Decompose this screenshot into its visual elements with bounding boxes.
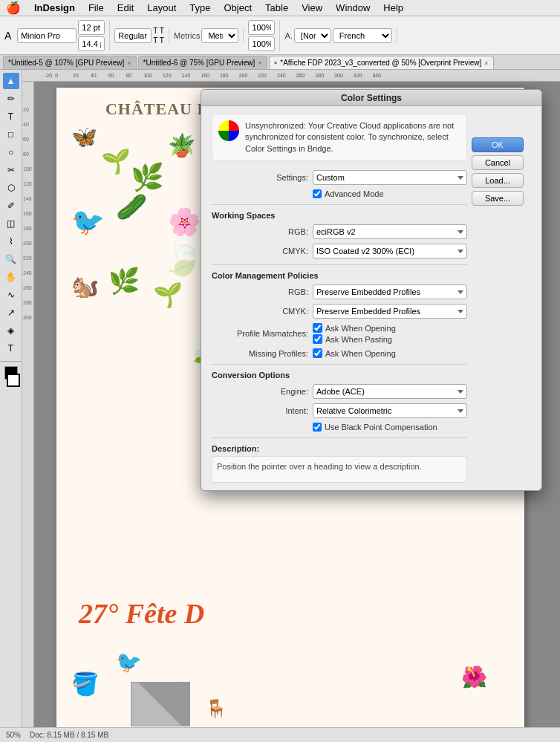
deco-bird2: 🐦 xyxy=(116,650,142,674)
tabs-bar: *Untitled-5 @ 107% [GPU Preview] × *Unti… xyxy=(0,55,560,70)
metrics-label: Metrics xyxy=(174,31,200,40)
tool-gap[interactable]: ◈ xyxy=(3,322,19,339)
deco-flower1: 🌸 xyxy=(168,206,201,238)
ok-button[interactable]: OK xyxy=(472,137,524,152)
engine-select[interactable]: Adobe (ACE) xyxy=(313,384,467,399)
metrics-select[interactable]: Metrics xyxy=(201,28,238,43)
ask-opening-checkbox[interactable] xyxy=(313,323,322,333)
tab-close-icon[interactable]: × xyxy=(127,59,131,67)
poster-subtitle-area: 27° Fête D xyxy=(79,597,204,630)
ruler-mark: 180 xyxy=(220,73,229,78)
font-size-input[interactable] xyxy=(78,20,105,35)
menubar-file[interactable]: File xyxy=(82,0,110,16)
ruler-v-mark: 160 xyxy=(22,211,33,226)
color-settings-dialog: Color Settings Unsynchronized: Your Crea… xyxy=(201,89,542,491)
menubar-help[interactable]: Help xyxy=(377,0,409,16)
description-text: Position the pointer over a heading to v… xyxy=(212,456,467,483)
working-spaces-label: Working Spaces xyxy=(212,211,467,220)
tab-untitled5[interactable]: *Untitled-5 @ 107% [GPU Preview] × xyxy=(3,56,137,69)
cmyk-policy-select[interactable]: Preserve Embedded Profiles xyxy=(313,304,467,319)
vertical-scale-input[interactable] xyxy=(248,36,275,51)
menubar-type[interactable]: Type xyxy=(183,0,216,16)
deco-bucket: 🪣 xyxy=(71,671,99,697)
menubar-object[interactable]: Object xyxy=(218,0,258,16)
tracking-input[interactable] xyxy=(248,20,275,35)
ruler-mark: 340 xyxy=(372,73,381,78)
tool-ellipse[interactable]: ○ xyxy=(3,144,19,160)
leading-input[interactable] xyxy=(78,36,105,51)
rgb-workspace-select[interactable]: eciRGB v2 xyxy=(313,224,467,239)
missing-ask-opening-checkbox[interactable] xyxy=(313,348,322,358)
apple-menu-icon[interactable]: 🍎 xyxy=(6,1,21,15)
tab-close-icon[interactable]: × xyxy=(274,59,278,66)
menubar-view[interactable]: View xyxy=(296,0,328,16)
menubar-table[interactable]: Table xyxy=(259,0,294,16)
tool-eyedropper[interactable]: ⌇ xyxy=(3,233,19,250)
description-box: Description: Position the pointer over a… xyxy=(212,444,467,483)
menubar-window[interactable]: Window xyxy=(330,0,376,16)
tool-scissors[interactable]: ✂ xyxy=(3,162,19,178)
tool-hand[interactable]: ✋ xyxy=(3,269,19,285)
tab-close-icon[interactable]: × xyxy=(258,59,261,67)
tool-select[interactable]: ▲ xyxy=(3,73,19,89)
ruler-mark: 60 xyxy=(108,73,114,78)
tool-gradient[interactable]: ◫ xyxy=(3,215,19,232)
ask-pasting-checkbox[interactable] xyxy=(313,334,322,344)
deco-bird: 🐦 xyxy=(71,206,105,238)
menubar-edit[interactable]: Edit xyxy=(111,0,140,16)
tool-rect[interactable]: □ xyxy=(3,126,19,143)
deco-flower3: 🌺 xyxy=(461,665,487,689)
tab-close-icon2[interactable]: × xyxy=(484,59,488,67)
dialog-buttons: OK Cancel Load... Save... xyxy=(472,137,524,206)
toolbar-size-row xyxy=(78,20,105,51)
tool-arrow[interactable]: ↗ xyxy=(3,305,19,321)
ruler-v-mark: 100 xyxy=(22,166,33,181)
tool-polygon[interactable]: ⬡ xyxy=(3,180,19,196)
save-button[interactable]: Save... xyxy=(472,191,524,206)
none-select[interactable]: [None] xyxy=(294,28,331,43)
tool-measure[interactable]: ∿ xyxy=(3,287,19,303)
tool-pen[interactable]: ✏ xyxy=(3,91,19,107)
settings-label: Settings: xyxy=(212,173,308,182)
deco-plant1: 🌱 xyxy=(101,147,131,175)
ruler-v-mark: 180 xyxy=(22,226,33,241)
load-button[interactable]: Load... xyxy=(472,173,524,188)
ruler-v-mark: 120 xyxy=(22,181,33,196)
language-select[interactable]: French xyxy=(333,28,392,43)
toolbar-style-group: T T T T xyxy=(114,27,169,45)
missing-profiles-label: Missing Profiles: xyxy=(212,349,308,358)
tab-untitled6[interactable]: *Untitled-6 @ 75% [GPU Preview] × xyxy=(138,56,267,69)
intent-row: Intent: Relative Colorimetric xyxy=(212,403,467,418)
toolbar-font-group xyxy=(17,20,110,51)
menubar-layout[interactable]: Layout xyxy=(141,0,182,16)
status-bar: 50% Doc: 8.15 MB / 8.15 MB xyxy=(0,727,560,742)
ruler-mark: 260 xyxy=(296,73,305,78)
tab-label: *Affiche FDP 2023_v3_converted @ 50% [Ov… xyxy=(280,59,481,67)
dialog-body: Unsynchronized: Your Creative Cloud appl… xyxy=(201,106,541,490)
black-point-checkbox[interactable] xyxy=(313,423,322,432)
cancel-button[interactable]: Cancel xyxy=(472,155,524,170)
tool-frame-text[interactable]: T xyxy=(3,340,19,357)
dialog-warning: Unsynchronized: Your Creative Cloud appl… xyxy=(212,114,467,161)
tab-affiche[interactable]: × *Affiche FDP 2023_v3_converted @ 50% [… xyxy=(269,56,494,69)
font-style-input[interactable] xyxy=(114,28,152,43)
tool-zoom[interactable]: 🔍 xyxy=(3,251,19,267)
rgb-workspace-row: RGB: eciRGB v2 xyxy=(212,224,467,239)
advanced-mode-label: Advanced Mode xyxy=(325,189,384,198)
settings-select[interactable]: Custom xyxy=(313,170,467,185)
toolbar: A T T T T Metrics Metrics A. [None] Fren… xyxy=(0,16,560,55)
advanced-mode-checkbox[interactable] xyxy=(313,189,322,198)
menubar: 🍎 InDesign File Edit Layout Type Object … xyxy=(0,0,560,16)
intent-label: Intent: xyxy=(212,406,308,415)
menubar-indesign[interactable]: InDesign xyxy=(28,0,81,16)
stroke-swatch[interactable] xyxy=(7,374,20,387)
ruler-mark: 320 xyxy=(354,73,362,78)
tool-text[interactable]: T xyxy=(3,108,19,125)
ask-pasting-label: Ask When Pasting xyxy=(325,335,392,344)
tool-pencil[interactable]: ✐ xyxy=(3,198,19,214)
cmyk-workspace-select[interactable]: ISO Coated v2 300% (ECI) xyxy=(313,244,467,258)
ruler-mark: 160 xyxy=(201,73,209,78)
intent-select[interactable]: Relative Colorimetric xyxy=(313,403,467,418)
rgb-policy-select[interactable]: Preserve Embedded Profiles xyxy=(313,284,467,299)
font-family-input[interactable] xyxy=(17,28,76,43)
